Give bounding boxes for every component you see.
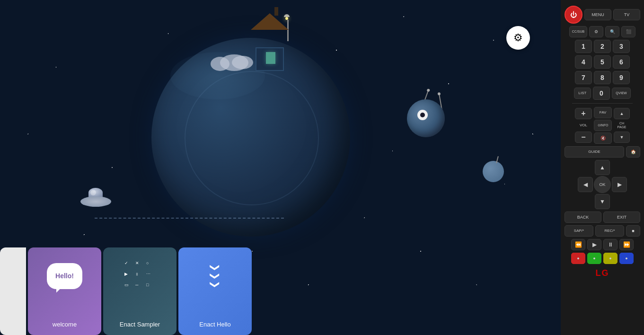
settings-remote-button[interactable]: ⚙ (589, 26, 603, 37)
satellite-pupil (420, 113, 425, 117)
menu-button[interactable]: MENU (584, 9, 611, 20)
rec-button[interactable]: REC/* (595, 225, 624, 237)
remote-row-playback: ⏪ ▶ ⏸ ⏩ (565, 239, 640, 250)
sampler-icon-container: ✓ ✕ ○ ▶ ॥ ⋯ ▭ ─ □ (121, 257, 159, 295)
ch-down-button[interactable]: ▼ (614, 132, 630, 143)
nav-up-button[interactable]: ▲ (595, 160, 610, 175)
welcome-bubble: Hello! (47, 263, 82, 289)
rewind-button[interactable]: ⏪ (571, 239, 585, 250)
stop-button[interactable]: ■ (626, 225, 640, 237)
remote-row-0: LIST 0 QVIEW (565, 87, 640, 100)
tv-button[interactable]: TV (613, 9, 640, 20)
grid-circle: ○ (146, 261, 155, 270)
tv-screen: ⚙ Hello! welcome ✓ ✕ ○ ▶ ॥ ⋯ (0, 0, 561, 335)
house-roof (251, 13, 289, 30)
hello-icon-container (196, 257, 234, 295)
vol-column: + VOL − (575, 108, 592, 143)
cloud-2 (211, 57, 229, 71)
num-4-button[interactable]: 4 (575, 55, 592, 69)
num-5-button[interactable]: 5 (594, 55, 611, 69)
nav-right-button[interactable]: ▶ (612, 177, 627, 192)
num-1-button[interactable]: 1 (575, 40, 592, 53)
welcome-label: welcome (53, 321, 77, 328)
app-card-sampler[interactable]: ✓ ✕ ○ ▶ ॥ ⋯ ▭ ─ □ Enact Sampler (103, 247, 176, 335)
color-blue-button[interactable]: ● (619, 253, 634, 264)
num-3-button[interactable]: 3 (613, 40, 630, 53)
num-0-button[interactable]: 0 (593, 87, 610, 100)
grid-sq: □ (146, 282, 155, 291)
cc-sub-button[interactable]: CC/SUB (569, 26, 587, 37)
home-button[interactable]: 🏠 (626, 146, 640, 158)
ch-column: ▲ CHPAGE ▼ (614, 108, 630, 143)
nav-down-button[interactable]: ▼ (595, 194, 610, 209)
pause-button[interactable]: ⏸ (603, 239, 618, 250)
color-red-button[interactable]: ● (571, 253, 585, 264)
vol-up-button[interactable]: + (575, 108, 592, 119)
search-button[interactable]: 🔍 (605, 26, 619, 37)
satellite-large (397, 90, 454, 147)
color-yellow-button[interactable]: ● (603, 253, 618, 264)
app-card-welcome[interactable]: Hello! welcome (28, 247, 101, 335)
hello-chevrons (206, 264, 225, 288)
info-button[interactable]: ⊙INFO (594, 120, 612, 131)
exit-button[interactable]: EXIT (603, 212, 640, 223)
satellite-eye (417, 110, 428, 120)
nav-empty-br (612, 194, 627, 209)
remote-row-123: 1 2 3 (565, 40, 640, 53)
back-button[interactable]: BACK (565, 212, 601, 223)
num-6-button[interactable]: 6 (613, 55, 630, 69)
power-button[interactable]: ⏻ (565, 6, 582, 24)
satellite-body (407, 99, 445, 137)
grid-bar: ॥ (135, 272, 144, 281)
ufo (80, 196, 111, 207)
mute-button[interactable]: 🔇 (594, 132, 612, 144)
house-chimney (274, 7, 278, 16)
remote-row-guide: GUIDE 🏠 (565, 146, 640, 158)
guide-button[interactable]: GUIDE (565, 146, 624, 158)
num-8-button[interactable]: 8 (594, 71, 611, 84)
remote-row-colors: ● ● ● ● (565, 253, 640, 264)
list-button[interactable]: LIST (574, 88, 591, 99)
vol-down-button[interactable]: − (575, 132, 592, 143)
chevron-2 (206, 272, 225, 280)
remote-row-cc: CC/SUB ⚙ 🔍 ⬛ (565, 26, 640, 37)
app-card-blank (0, 247, 26, 335)
num-9-button[interactable]: 9 (613, 71, 630, 84)
app-bar: Hello! welcome ✓ ✕ ○ ▶ ॥ ⋯ ▭ ─ □ E (0, 233, 561, 335)
color-green-button[interactable]: ● (587, 253, 601, 264)
settings-button[interactable]: ⚙ (506, 26, 530, 50)
input-button[interactable]: ⬛ (621, 26, 635, 37)
num-2-button[interactable]: 2 (594, 40, 611, 53)
remote-control: ⏻ MENU TV CC/SUB ⚙ 🔍 ⬛ 1 2 3 4 5 6 7 8 9… (561, 0, 644, 335)
ch-up-button[interactable]: ▲ (614, 108, 630, 119)
vol-label: VOL (575, 120, 592, 131)
play-button[interactable]: ▶ (587, 239, 601, 250)
divider-1 (572, 103, 633, 104)
sampler-label: Enact Sampler (120, 321, 160, 328)
nav-empty-tr (612, 160, 627, 175)
cloud-3 (232, 56, 253, 69)
chevron-3 (206, 281, 225, 288)
app-card-hello[interactable]: Enact Hello (178, 247, 252, 335)
num-7-button[interactable]: 7 (575, 71, 592, 84)
nav-left-button[interactable]: ◀ (578, 177, 593, 192)
fastfwd-button[interactable]: ⏩ (619, 239, 634, 250)
nav-ok-button[interactable]: OK (594, 176, 611, 193)
gear-icon: ⚙ (513, 32, 523, 44)
remote-row-456: 4 5 6 (565, 55, 640, 69)
grid-x: ✕ (135, 261, 144, 270)
welcome-icon-container: Hello! (46, 257, 84, 295)
hello-label: Enact Hello (199, 321, 230, 328)
fav-button[interactable]: FAV (594, 107, 612, 118)
sap-button[interactable]: SAP/* (565, 225, 593, 237)
small-satellite-body (483, 161, 504, 182)
nav-empty-tl (578, 160, 593, 175)
house-container (251, 28, 289, 71)
remote-row-power: ⏻ MENU TV (565, 6, 640, 24)
ch-label: CHPAGE (614, 120, 630, 131)
grid-rect: ▭ (124, 282, 133, 291)
qview-button[interactable]: QVIEW (612, 88, 631, 99)
remote-row-sap: SAP/* REC/* ■ (565, 225, 640, 237)
ufo-dome (88, 188, 103, 197)
welcome-bubble-text: Hello! (55, 272, 74, 280)
